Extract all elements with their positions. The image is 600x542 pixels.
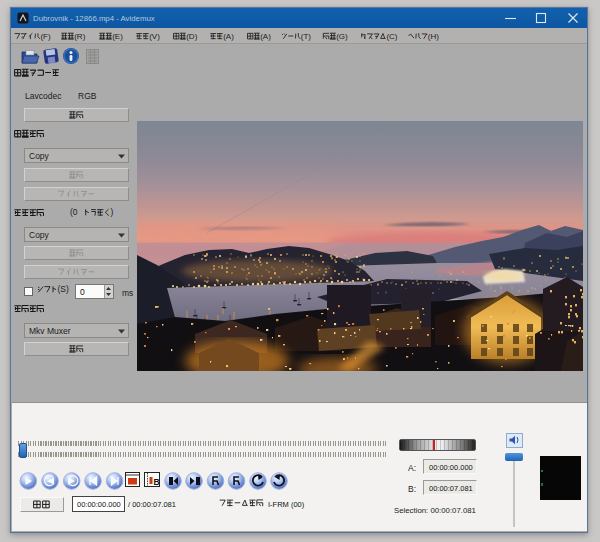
svg-text:(G): (G): [336, 32, 348, 41]
svg-text:Lavcodec: Lavcodec: [25, 91, 62, 101]
svg-text:00:00:00.000: 00:00:00.000: [429, 463, 473, 472]
svg-text:(0: (0: [70, 207, 78, 217]
svg-text:(D): (D): [186, 32, 197, 41]
svg-text:Dubrovnik - 12866.mp4 - Avidem: Dubrovnik - 12866.mp4 - Avidemux: [33, 14, 155, 23]
svg-text:(V): (V): [149, 32, 160, 41]
svg-text:Copy: Copy: [29, 230, 50, 240]
svg-text:RGB: RGB: [78, 91, 97, 101]
svg-text:(A): (A): [223, 32, 234, 41]
svg-text:B: B: [154, 477, 160, 487]
svg-text:(R): (R): [74, 32, 85, 41]
svg-text:(E): (E): [112, 32, 123, 41]
svg-text:00:00:07.081: 00:00:07.081: [429, 484, 473, 493]
svg-text:(C): (C): [386, 32, 397, 41]
svg-text:A:: A:: [408, 463, 416, 473]
svg-text:Mkv Muxer: Mkv Muxer: [29, 326, 71, 336]
svg-text:B:: B:: [408, 484, 416, 494]
svg-text:Selection: 00:00:07.081: Selection: 00:00:07.081: [394, 506, 476, 515]
svg-text:ms: ms: [122, 288, 133, 298]
svg-text:(A): (A): [260, 32, 271, 41]
svg-text:I-FRM (00): I-FRM (00): [268, 500, 305, 509]
svg-text:(S): (S): [57, 284, 69, 294]
svg-text:0: 0: [80, 287, 85, 297]
svg-text:(T): (T): [301, 32, 312, 41]
svg-text:(F): (F): [40, 32, 51, 41]
svg-text:/ 00:00:07.081: / 00:00:07.081: [128, 500, 176, 509]
svg-text:Copy: Copy: [29, 151, 50, 161]
svg-text:00:00:00.000: 00:00:00.000: [77, 500, 121, 509]
svg-text:(H): (H): [428, 32, 439, 41]
svg-text:): ): [111, 207, 114, 217]
